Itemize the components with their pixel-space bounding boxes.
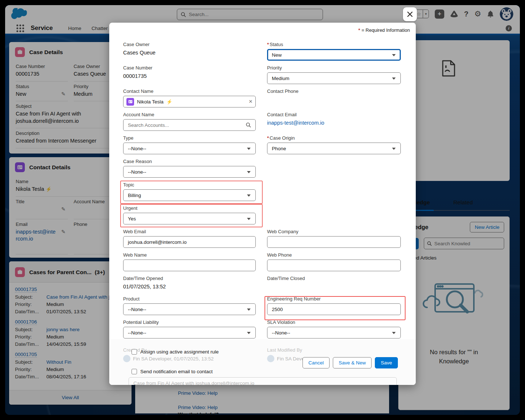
notify-contact-checkbox[interactable] bbox=[132, 369, 137, 374]
contact-phone-field: Contact Phone bbox=[267, 88, 401, 111]
web-name-input: Web Name bbox=[123, 251, 256, 275]
product-select: Product --None-- bbox=[123, 295, 256, 319]
eng-req-input: Engineering Req Number 2500 bbox=[267, 295, 401, 319]
date-closed-readonly: Date/Time Closed bbox=[267, 275, 401, 295]
contact-icon bbox=[126, 98, 134, 106]
type-dropdown[interactable]: --None-- bbox=[123, 143, 256, 154]
priority-select: Priority Medium bbox=[267, 64, 401, 88]
avatar bbox=[123, 355, 130, 362]
web-phone-textbox[interactable] bbox=[267, 260, 401, 271]
account-search[interactable] bbox=[123, 119, 256, 131]
case-origin-dropdown[interactable]: Phone bbox=[267, 143, 401, 154]
priority-dropdown[interactable]: Medium bbox=[267, 72, 401, 84]
edit-case-modal: * = Required Information Case Owner Case… bbox=[109, 23, 416, 385]
account-name-lookup: Account Name bbox=[123, 111, 256, 135]
web-phone-input: Web Phone bbox=[267, 251, 401, 275]
assignment-rule-checkbox[interactable] bbox=[132, 349, 137, 355]
contact-pill[interactable]: Nikola Tesla ⚡ × bbox=[126, 98, 252, 106]
type-select: Type --None-- bbox=[123, 135, 256, 158]
search-icon bbox=[246, 122, 251, 128]
account-search-input[interactable] bbox=[128, 122, 246, 128]
sla-violation-dropdown[interactable]: --None-- bbox=[267, 327, 401, 338]
contact-email-link[interactable]: inapps-test@intercom.io bbox=[267, 120, 401, 126]
product-dropdown[interactable]: --None-- bbox=[123, 303, 256, 315]
web-email-textbox[interactable]: joshua.dorrell@intercom.io bbox=[123, 236, 256, 248]
case-number-readonly: Case Number 00001735 bbox=[123, 64, 256, 88]
topic-select: Topic Billing bbox=[123, 181, 256, 205]
screen-frame: ☆ ▾ + ? ⚙ Service Home Chatter i bbox=[0, 0, 525, 420]
modal-close-button[interactable] bbox=[403, 7, 417, 21]
web-email-input: Web Email joshua.dorrell@intercom.io bbox=[123, 228, 256, 251]
notify-contact-checkbox-row: Send notification email to contact bbox=[132, 369, 213, 374]
remove-contact-icon[interactable]: × bbox=[249, 98, 252, 105]
web-company-input: Web Company bbox=[267, 228, 401, 251]
potential-liability-dropdown[interactable]: --None-- bbox=[123, 327, 256, 338]
status-select: *Status New bbox=[267, 41, 401, 64]
case-reason-select: Case Reason --None-- bbox=[123, 158, 256, 181]
web-company-textbox[interactable] bbox=[267, 236, 401, 248]
case-origin-select: *Case Origin Phone bbox=[267, 135, 401, 158]
case-reason-dropdown[interactable]: --None-- bbox=[123, 166, 256, 178]
save-and-new-button[interactable]: Save & New bbox=[333, 357, 372, 368]
urgent-select: Urgent Yes bbox=[123, 205, 256, 228]
contact-name-lookup: Contact Name Nikola Tesla ⚡ × bbox=[123, 88, 256, 111]
modal-footer: Created By Fin SA Developer, 01/07/2025,… bbox=[109, 339, 416, 385]
date-opened-readonly: Date/Time Opened 01/07/2025, 13:52 bbox=[123, 275, 256, 295]
subject-textbox: Case from Fin AI Agent with joshua.dorre… bbox=[129, 377, 397, 385]
status-dropdown[interactable]: New bbox=[267, 49, 401, 61]
web-name-textbox[interactable] bbox=[123, 260, 256, 271]
sla-violation-select: SLA Violation --None-- bbox=[267, 319, 401, 342]
assignment-rule-checkbox-row: Assign using active assignment rule bbox=[132, 349, 219, 355]
contact-email-readonly: Contact Email inapps-test@intercom.io bbox=[267, 111, 401, 135]
potential-liability-select: Potential Liability --None-- bbox=[123, 319, 256, 342]
case-owner-readonly: Case Owner Cases Queue bbox=[123, 41, 256, 64]
avatar bbox=[267, 355, 274, 362]
urgent-dropdown[interactable]: Yes bbox=[123, 213, 256, 224]
required-info-note: * = Required Information bbox=[358, 27, 410, 33]
cancel-button[interactable]: Cancel bbox=[303, 357, 330, 368]
topic-dropdown[interactable]: Billing bbox=[123, 189, 256, 201]
eng-req-textbox[interactable]: 2500 bbox=[267, 303, 401, 315]
close-icon bbox=[407, 11, 413, 18]
save-button[interactable]: Save bbox=[375, 357, 398, 368]
salesforce-app-window: ☆ ▾ + ? ⚙ Service Home Chatter i bbox=[5, 5, 520, 415]
lightning-icon: ⚡ bbox=[167, 99, 172, 105]
